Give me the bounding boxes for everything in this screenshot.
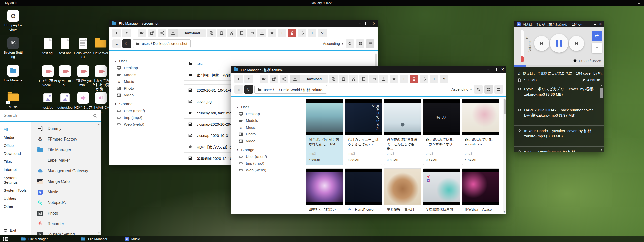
category-files[interactable]: Files: [0, 158, 31, 166]
fm2-scrollbar[interactable]: [503, 98, 506, 213]
menu-button[interactable]: ≡: [112, 39, 121, 48]
minimize-icon[interactable]: –: [594, 22, 596, 26]
desktop-icon-test-jpg[interactable]: test.jpg: [38, 92, 57, 110]
sidebar-item-music[interactable]: ♫Music: [115, 78, 184, 85]
sidebar-item-video[interactable]: Video: [115, 92, 184, 98]
refresh-button[interactable]: [420, 75, 428, 83]
close-icon[interactable]: ×: [599, 22, 602, 26]
scroll-down-icon[interactable]: ▼: [503, 210, 506, 213]
file-card[interactable]: 幽霊東京 _ Ayase: [462, 168, 499, 214]
share-button[interactable]: [158, 29, 166, 37]
hamburger-menu-icon[interactable]: ≡: [638, 1, 640, 5]
delete-button[interactable]: [288, 29, 296, 37]
paste-button[interactable]: [217, 29, 226, 37]
paste-button[interactable]: [339, 75, 348, 83]
sidebar-item-photo[interactable]: Photo: [237, 131, 306, 137]
previous-track-button[interactable]: [534, 36, 549, 51]
app-item-management-gateway[interactable]: Management Gateway: [31, 166, 101, 176]
minimize-icon[interactable]: –: [487, 67, 489, 71]
app-item-manga-cafe[interactable]: Manga Cafe: [31, 176, 101, 187]
sort-order-dropdown[interactable]: Ascending▾: [323, 42, 343, 46]
file-card[interactable]: 「寂しい」 命に嫌われている。 _ カンザキイオリ ... .mp3 4.19M…: [423, 99, 460, 165]
sidebar-item-web-drive[interactable]: Web (web:/): [115, 121, 184, 128]
app-item-system-setting[interactable]: System Setting: [31, 229, 101, 235]
category-internet[interactable]: Internet: [0, 166, 31, 174]
file-card[interactable]: 命に嫌われている。acoustic co... .mp3 1.69MB: [462, 99, 499, 165]
new-folder-button[interactable]: [247, 29, 256, 37]
sort-order-dropdown[interactable]: Ascending▾: [451, 87, 472, 91]
up-button[interactable]: [244, 75, 253, 83]
share-button[interactable]: [280, 75, 288, 83]
sidebar-item-music[interactable]: ♫Music: [237, 124, 306, 131]
airmusic-cast[interactable]: AirMusic: [582, 78, 601, 82]
archive-button[interactable]: [390, 75, 398, 83]
sidebar-section-storage[interactable]: ▾Storage: [237, 146, 306, 153]
fm2-breadcrumb[interactable]: user: / ... / Hello World / 柘榴-zakuro-: [254, 85, 327, 94]
dark-mode-moon-button[interactable]: ☾: [244, 85, 253, 94]
playlist-track[interactable]: In Your Hands _ yusukeP cover. by 柘榴-zak…: [514, 125, 604, 146]
file-card[interactable]: 菫と藤桜 _ 青木月: [384, 168, 421, 214]
fm1-title-bar[interactable]: File Manager - screenshot – ×: [109, 20, 378, 27]
download-button[interactable]: Download: [168, 29, 206, 37]
desktop-icon-output-jpg[interactable]: output.jpg: [55, 92, 75, 110]
upload-button[interactable]: [257, 29, 266, 37]
search-button[interactable]: [346, 39, 354, 48]
sidebar-item-tmp-drive[interactable]: tmp (tmp:/): [237, 160, 306, 167]
upload-button[interactable]: [379, 75, 388, 83]
next-track-button[interactable]: [569, 36, 584, 51]
taskbar-item-music[interactable]: ◉ Music: [125, 237, 140, 241]
desktop-icon-hello-world-txt[interactable]: Hello World.txt: [74, 38, 93, 59]
playlist-track[interactable]: Cynic _ ポリスピカデリー cover. by 柘榴-zakuro-.mp…: [514, 84, 604, 105]
grid-view-button[interactable]: [484, 85, 493, 94]
up-button[interactable]: [122, 29, 131, 37]
info-button[interactable]: i: [308, 29, 316, 37]
rename-button[interactable]: I: [400, 75, 408, 83]
minimize-icon[interactable]: –: [359, 22, 361, 25]
dark-mode-moon-button[interactable]: ☾: [122, 39, 131, 48]
category-office[interactable]: Office: [0, 142, 31, 150]
category-download[interactable]: Download: [0, 150, 31, 158]
desktop-icon-music-folder[interactable]: ↗ Music: [4, 92, 23, 109]
category-media[interactable]: Media: [0, 133, 31, 142]
back-button[interactable]: [112, 29, 121, 37]
pause-button[interactable]: [550, 34, 568, 53]
help-button[interactable]: ?: [440, 75, 448, 83]
desktop-icon-video-flymetoth[interactable]: Fly Me To Th...: [55, 65, 75, 87]
download-button[interactable]: Download: [290, 75, 328, 83]
close-icon[interactable]: ×: [501, 67, 504, 72]
copy-button[interactable]: [329, 75, 338, 83]
sidebar-item-models[interactable]: Models: [237, 117, 306, 124]
category-system-settings[interactable]: System Settings: [0, 174, 31, 186]
cut-button[interactable]: [227, 29, 236, 37]
playlist-track[interactable]: HAPPY BIRTHDAY _ back number cover. by柘榴…: [514, 105, 604, 125]
file-card[interactable]: 声 _ HarryP cover: [345, 168, 382, 214]
search-button[interactable]: [474, 85, 483, 94]
sidebar-section-user[interactable]: ▾User: [115, 58, 184, 64]
desktop-icon-hello-wor-folder[interactable]: Hello Wor: [91, 38, 110, 55]
file-card-selected[interactable]: 例えば、今此処に置かれた花に _ 164... .mp3 4.99MB: [306, 99, 343, 165]
new-folder-button[interactable]: [369, 75, 378, 83]
playlist-scrollbar[interactable]: ▲▼: [600, 84, 603, 151]
volume-slider[interactable]: [521, 30, 524, 62]
app-item-ffmpeg-factory[interactable]: ♻ FFmpeg Factory: [31, 134, 101, 145]
sidebar-item-photo[interactable]: Photo: [115, 85, 184, 92]
desktop-icon-system-setting[interactable]: System Setting: [4, 37, 23, 59]
desktop-icon-ffmpeg-factory[interactable]: ♻ FFmpeg Factory: [4, 10, 23, 32]
open-button[interactable]: [260, 75, 268, 83]
exit-button[interactable]: Exit: [4, 228, 16, 232]
volume-thumb[interactable]: [521, 56, 524, 62]
list-view-button[interactable]: [366, 39, 374, 48]
progress-bar[interactable]: [514, 65, 604, 67]
app-item-notepada[interactable]: NotepadA: [31, 197, 101, 208]
volume-down-icon[interactable]: −: [526, 54, 528, 59]
menu-button[interactable]: ≡: [234, 85, 243, 94]
category-utilities[interactable]: Utilities: [0, 194, 31, 202]
category-system-tools[interactable]: System Tools: [0, 186, 31, 194]
open-button[interactable]: [138, 29, 146, 37]
category-other[interactable]: Other: [0, 202, 31, 211]
playlist-track[interactable]: KING _ Kanaria cover. by 柘榴-zakuro-.mp3 …: [514, 146, 604, 152]
cut-button[interactable]: [349, 75, 358, 83]
file-card[interactable]: 君が夜の海に還るまで _ こんにちは谷田... .mp3 4.35MB: [384, 99, 421, 165]
sidebar-item-models[interactable]: Models: [115, 71, 184, 78]
desktop-icon-video-yukimin[interactable]: 『雪峰～yukimin...: [74, 65, 93, 87]
